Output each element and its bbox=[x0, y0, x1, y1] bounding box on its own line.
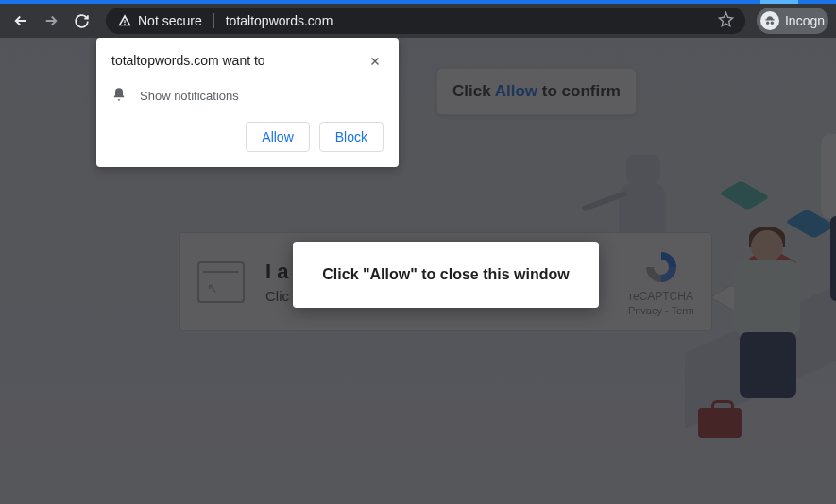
bell-icon bbox=[111, 87, 127, 105]
forward-button[interactable] bbox=[38, 8, 64, 34]
page-content: Click Allow to confirm ↖ I a Clic reCAPT… bbox=[0, 38, 836, 504]
allow-button[interactable]: Allow bbox=[246, 122, 309, 152]
permission-title: totaltopwords.com want to bbox=[111, 53, 265, 68]
close-icon[interactable] bbox=[367, 53, 384, 74]
permission-option-label: Show notifications bbox=[140, 89, 239, 103]
close-window-text: Click "Allow" to close this window bbox=[322, 266, 569, 282]
browser-toolbar: Not secure totaltopwords.com Incogn bbox=[0, 4, 836, 38]
incognito-badge[interactable]: Incogn bbox=[757, 8, 828, 34]
incognito-icon bbox=[760, 11, 779, 30]
back-button[interactable] bbox=[8, 8, 34, 34]
warning-icon bbox=[117, 13, 132, 28]
not-secure-label: Not secure bbox=[138, 13, 202, 28]
close-window-popup: Click "Allow" to close this window bbox=[293, 242, 599, 308]
block-button[interactable]: Block bbox=[319, 122, 384, 152]
divider bbox=[213, 13, 214, 28]
url-text: totaltopwords.com bbox=[226, 13, 333, 28]
address-bar[interactable]: Not secure totaltopwords.com bbox=[106, 8, 745, 34]
reload-button[interactable] bbox=[68, 8, 94, 34]
security-indicator[interactable]: Not secure bbox=[117, 13, 202, 28]
incognito-label: Incogn bbox=[785, 13, 825, 28]
notification-permission-popup: totaltopwords.com want to Show notificat… bbox=[96, 38, 399, 167]
bookmark-star-icon[interactable] bbox=[718, 11, 734, 30]
